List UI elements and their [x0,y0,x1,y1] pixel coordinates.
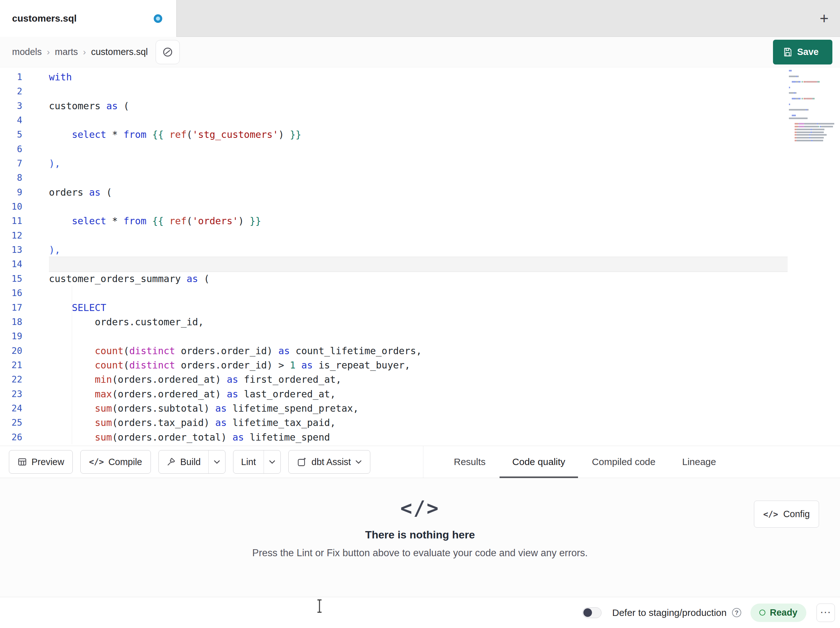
line-number: 2 [0,84,30,98]
compile-button[interactable]: </> Compile [81,450,150,474]
code-line[interactable]: select * from {{ ref('orders') }} [49,214,788,228]
results-tab-bar: Results Code quality Compiled code Linea… [423,446,840,478]
minimap[interactable] [788,67,840,446]
code-lines[interactable]: withcustomers as ( select * from {{ ref(… [30,67,788,446]
build-button[interactable]: Build [159,451,208,473]
lint-button-label: Lint [241,457,256,467]
code-line[interactable]: orders.customer_id, [49,315,788,329]
minimap-line [789,115,836,116]
hammer-icon [166,457,176,467]
code-line[interactable]: ), [49,156,788,171]
copilot-button[interactable] [156,40,180,64]
code-line[interactable] [49,228,788,243]
tab-lineage[interactable]: Lineage [682,446,716,478]
defer-toggle[interactable] [583,607,602,618]
code-line[interactable]: count(distinct orders.order_id) > 1 as i… [49,358,788,372]
code-line[interactable]: customers as ( [49,99,788,113]
defer-label: Defer to staging/production [612,607,726,618]
code-line[interactable]: ), [49,243,788,257]
tab-title: customers.sql [12,13,77,24]
line-number: 23 [0,387,30,401]
minimap-line [789,78,836,80]
breadcrumb: models › marts › customers.sql [12,47,148,57]
lint-split-button: Lint [233,450,281,474]
code-line[interactable] [49,84,788,98]
minimap-line [789,126,836,127]
breadcrumb-marts[interactable]: marts [55,47,78,57]
question-circle-icon[interactable]: ? [732,608,741,617]
line-number: 6 [0,142,30,156]
line-number: 20 [0,344,30,358]
minimap-line [789,87,836,88]
more-menu-button[interactable]: ··· [816,604,835,622]
code-line[interactable]: sum(orders.subtotal) as lifetime_spend_p… [49,401,788,416]
line-number: 12 [0,228,30,243]
code-line[interactable]: max(orders.ordered_at) as last_ordered_a… [49,387,788,401]
code-line[interactable]: min(orders.ordered_at) as first_ordered_… [49,372,788,387]
code-line[interactable] [49,286,788,300]
code-line[interactable]: customer_orders_summary as ( [49,272,788,286]
status-badge[interactable]: Ready [750,604,806,622]
lint-dropdown-button[interactable] [264,451,280,473]
chevron-down-icon [214,460,220,464]
code-line[interactable]: sum(orders.order_total) as lifetime_spen… [49,430,788,445]
line-number: 10 [0,199,30,214]
floppy-icon [783,47,793,57]
code-line[interactable] [49,199,788,214]
minimap-line [789,117,836,119]
new-tab-button[interactable]: + [814,9,834,28]
build-split-button: Build [158,450,226,474]
code-line[interactable]: with [49,70,788,84]
save-button[interactable]: Save [773,40,832,65]
minimap-line [789,129,836,130]
table-icon [17,457,27,467]
line-number: 5 [0,127,30,142]
tab-compiled-code[interactable]: Compiled code [592,446,655,478]
minimap-line [789,98,836,100]
line-number: 8 [0,171,30,185]
minimap-line [789,106,836,108]
config-button[interactable]: </> Config [754,501,819,528]
tab-code-quality[interactable]: Code quality [512,446,565,478]
line-number: 17 [0,301,30,315]
editor-gutter: 1234567891011121314151617181920212223242… [0,67,30,446]
lint-button[interactable]: Lint [234,451,264,473]
chevron-down-icon [355,460,362,464]
code-editor[interactable]: 1234567891011121314151617181920212223242… [0,67,840,446]
line-number: 4 [0,113,30,127]
code-line[interactable]: orders as ( [49,185,788,199]
code-icon: </> [0,497,840,520]
code-line[interactable]: sum(orders.tax_paid) as lifetime_tax_pai… [49,416,788,430]
code-line[interactable] [49,257,788,271]
tab-results[interactable]: Results [454,446,486,478]
tab-customers-sql[interactable]: customers.sql [0,0,177,37]
preview-button-label: Preview [32,457,64,467]
code-quality-panel: </> Config </> There is nothing here Pre… [0,478,840,597]
code-line[interactable] [49,113,788,127]
code-line[interactable]: count(distinct orders.order_id) as count… [49,344,788,358]
code-line[interactable] [49,329,788,343]
status-badge-label: Ready [770,607,797,618]
dbt-assist-button[interactable]: dbt Assist [288,450,370,474]
minimap-line [789,81,836,82]
toolbar-buttons: Preview </> Compile Build [0,446,423,478]
empty-state-subtitle: Press the Lint or Fix button above to ev… [0,547,840,559]
line-number: 15 [0,272,30,286]
line-number: 9 [0,185,30,199]
breadcrumb-models[interactable]: models [12,47,42,57]
indent-guide [72,286,72,445]
chevron-right-icon: › [47,47,50,57]
line-number: 22 [0,372,30,387]
code-line[interactable]: SELECT [49,301,788,315]
code-icon: </> [763,509,778,519]
copilot-icon [162,46,174,58]
preview-button[interactable]: Preview [9,450,73,474]
build-dropdown-button[interactable] [208,451,225,473]
minimap-line [789,95,836,96]
code-line[interactable] [49,171,788,185]
minimap-line [789,112,836,113]
save-button-label: Save [797,47,819,57]
code-line[interactable] [49,142,788,156]
minimap-line [789,70,836,71]
code-line[interactable]: select * from {{ ref('stg_customers') }} [49,127,788,142]
